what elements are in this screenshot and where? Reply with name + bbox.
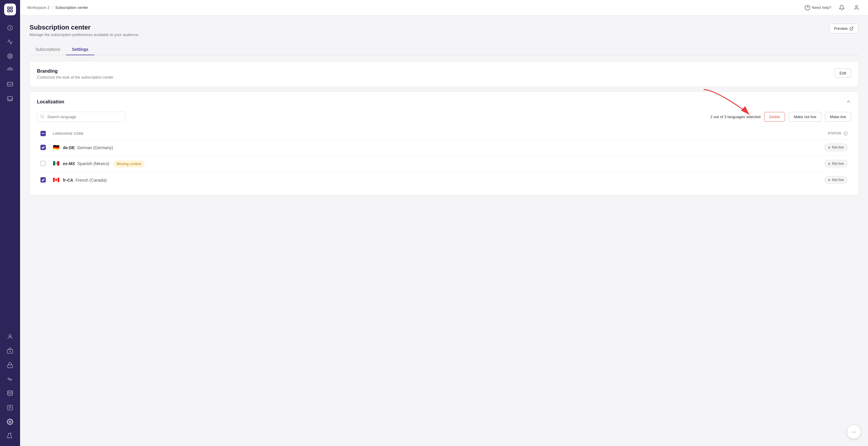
language-table: LANGUAGE CODE STATUS (37, 128, 851, 188)
status-badge-es: Not live (824, 160, 848, 168)
collapse-button[interactable] (846, 99, 851, 106)
branding-title: Branding (37, 68, 113, 74)
status-dot-de (828, 147, 830, 149)
lang-code-de: de-DE (63, 145, 75, 150)
svg-rect-8 (7, 82, 13, 86)
lab-icon[interactable] (4, 429, 17, 442)
svg-point-20 (9, 421, 11, 423)
lang-name-es: Spanish (Mexico) (78, 161, 109, 166)
svg-point-26 (41, 115, 43, 117)
main-area: Workspace 2 / Subscription center Need h… (20, 0, 868, 446)
svg-point-10 (9, 335, 11, 337)
workspace-label[interactable]: Workspace 2 (27, 5, 50, 10)
localization-card: Localization (30, 92, 859, 195)
search-wrapper (37, 112, 125, 122)
search-icon (40, 114, 44, 120)
analytics-icon[interactable] (4, 35, 17, 49)
status-dot-fr (828, 179, 830, 181)
branding-info: Branding Customize the look of the subsc… (37, 68, 113, 80)
branding-card: Branding Customize the look of the subsc… (30, 61, 859, 87)
row-checkbox-fr (37, 172, 49, 188)
col-status: STATUS (662, 128, 851, 140)
pulse-icon[interactable] (4, 373, 17, 386)
row-lang-es: 🇲🇽 es-MX Spanish (Mexico) Missing conten… (49, 156, 662, 172)
page-content: Subscription center Manage the subscript… (20, 16, 868, 446)
make-live-button[interactable]: Make live (825, 112, 851, 122)
localization-header: Localization (37, 99, 851, 106)
checkbox-fr-CA[interactable] (40, 177, 46, 182)
lang-name-fr: French (Canada) (75, 178, 107, 182)
flag-fr: 🇨🇦 (53, 177, 59, 183)
svg-rect-2 (8, 10, 9, 12)
row-checkbox-es (37, 156, 49, 172)
make-not-live-button[interactable]: Make not live (788, 112, 822, 122)
svg-rect-0 (8, 7, 9, 9)
table-row: 🇨🇦 fr-CA French (Canada) Not live (37, 172, 851, 188)
checkbox-de-DE[interactable] (40, 145, 46, 150)
status-badge-fr: Not live (824, 176, 848, 184)
help-link[interactable]: Need help? (805, 5, 832, 11)
notifications-icon[interactable] (837, 3, 846, 12)
svg-point-7 (10, 56, 10, 56)
table-row: 🇩🇪 de-DE German (Germany) Not live (37, 140, 851, 156)
account-icon[interactable] (4, 359, 17, 371)
svg-rect-3 (11, 10, 12, 12)
col-language-code: LANGUAGE CODE (49, 128, 662, 140)
contacts-icon[interactable] (4, 330, 17, 343)
sidebar (0, 0, 20, 446)
app-logo (4, 4, 16, 16)
row-status-es: Not live (662, 156, 851, 172)
branding-subtitle: Customize the look of the subscription c… (37, 75, 113, 80)
topbar: Workspace 2 / Subscription center Need h… (20, 0, 868, 16)
search-actions-bar: 2 out of 3 languages selected Delete Mak… (37, 112, 851, 122)
dashboard-icon[interactable] (4, 21, 17, 34)
page-subtitle: Manage the subscription preferences avai… (30, 32, 138, 37)
svg-point-15 (8, 391, 13, 392)
svg-rect-1 (11, 7, 12, 9)
breadcrumb-current: Subscription center (55, 5, 88, 10)
row-lang-fr: 🇨🇦 fr-CA French (Canada) (49, 172, 662, 188)
missing-content-badge: Missing content (113, 161, 144, 167)
help-label: Need help? (812, 5, 832, 10)
target-icon[interactable] (4, 50, 17, 63)
reports-icon[interactable] (4, 401, 17, 414)
svg-rect-14 (8, 365, 13, 368)
user-avatar[interactable] (852, 3, 861, 12)
tab-subscriptions[interactable]: Subscriptions (30, 44, 66, 55)
status-dot-es (828, 163, 830, 165)
preview-button[interactable]: Preview (829, 24, 859, 33)
page-header: Subscription center Manage the subscript… (30, 24, 859, 37)
delete-button[interactable]: Delete (764, 112, 785, 122)
settings-icon[interactable] (4, 415, 17, 428)
flag-es: 🇲🇽 (53, 160, 59, 166)
fab-button[interactable]: ··· (847, 425, 861, 439)
svg-point-24 (856, 5, 858, 7)
database-icon[interactable] (4, 387, 17, 400)
topbar-right: Need help? (805, 3, 861, 12)
breadcrumb-sep: / (52, 5, 53, 10)
svg-line-25 (851, 27, 853, 29)
lang-name-de: German (Germany) (77, 145, 113, 150)
svg-point-22 (805, 5, 810, 10)
inbox-icon[interactable] (4, 92, 17, 105)
select-all-checkbox[interactable] (40, 131, 46, 136)
lang-code-es: es-MX (63, 161, 75, 166)
bulk-actions: 2 out of 3 languages selected Delete Mak… (710, 112, 851, 122)
tab-settings[interactable]: Settings (66, 44, 94, 55)
broadcast-icon[interactable] (4, 64, 17, 77)
branding-card-header: Branding Customize the look of the subsc… (37, 68, 851, 80)
row-checkbox-de (37, 140, 49, 156)
edit-branding-button[interactable]: Edit (835, 68, 851, 78)
row-status-de: Not live (662, 140, 851, 156)
col-checkbox (37, 128, 49, 140)
messages-icon[interactable] (4, 78, 17, 91)
svg-line-27 (43, 117, 44, 118)
page-title: Subscription center (30, 24, 138, 31)
packages-icon[interactable] (4, 345, 17, 357)
row-status-fr: Not live (662, 172, 851, 188)
search-language-input[interactable] (37, 112, 125, 122)
checkbox-es-MX[interactable] (40, 161, 46, 166)
row-lang-de: 🇩🇪 de-DE German (Germany) (49, 140, 662, 156)
breadcrumb: Workspace 2 / Subscription center (27, 5, 88, 10)
page-header-text: Subscription center Manage the subscript… (30, 24, 138, 37)
